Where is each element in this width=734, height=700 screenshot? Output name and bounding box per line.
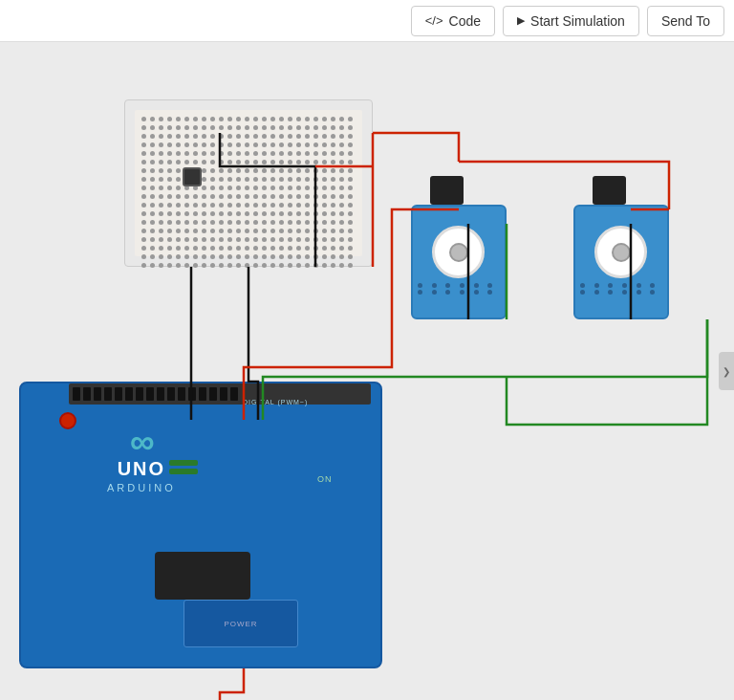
bb-dot bbox=[339, 203, 344, 208]
bb-dot bbox=[296, 220, 301, 225]
bb-dot bbox=[141, 151, 146, 156]
bb-dot bbox=[184, 125, 189, 130]
bb-dot bbox=[193, 151, 198, 156]
play-icon: ▶ bbox=[517, 14, 525, 27]
bb-dot bbox=[176, 151, 181, 156]
bb-dot bbox=[313, 151, 318, 156]
bb-dot bbox=[184, 246, 189, 251]
bb-dot bbox=[245, 134, 249, 139]
pin-aref bbox=[73, 387, 80, 401]
bb-dot bbox=[210, 254, 215, 259]
bb-dot bbox=[296, 211, 301, 216]
bb-dot bbox=[331, 263, 335, 268]
bb-dot bbox=[245, 151, 249, 156]
bb-dot bbox=[262, 220, 267, 225]
servo-dot bbox=[487, 290, 492, 295]
pin-5 bbox=[178, 387, 185, 401]
bb-dot bbox=[348, 246, 353, 251]
bb-dot bbox=[202, 160, 206, 164]
sendto-button[interactable]: Send To bbox=[647, 6, 724, 36]
bb-dot bbox=[236, 160, 241, 164]
bb-dot bbox=[322, 194, 327, 199]
servo2-connector bbox=[593, 176, 626, 205]
bb-dot bbox=[313, 237, 318, 242]
bb-dot bbox=[331, 186, 335, 190]
bb-dot bbox=[331, 220, 335, 225]
bb-dot bbox=[245, 186, 249, 190]
bb-dot bbox=[296, 237, 301, 242]
bb-dot bbox=[305, 229, 310, 233]
bb-dot bbox=[313, 220, 318, 225]
bb-dot bbox=[184, 151, 189, 156]
pin-0 bbox=[230, 387, 238, 401]
bb-dot bbox=[348, 186, 353, 190]
bb-dot bbox=[270, 168, 275, 173]
servo-dot bbox=[594, 290, 599, 295]
servo1-connector bbox=[430, 176, 464, 205]
bb-dot bbox=[331, 168, 335, 173]
servo2-body bbox=[573, 205, 669, 319]
bb-dot bbox=[210, 203, 215, 208]
bb-dot bbox=[253, 254, 258, 259]
bb-dot bbox=[313, 254, 318, 259]
bb-dot bbox=[219, 134, 224, 139]
pin-3 bbox=[199, 387, 206, 401]
side-panel-toggle[interactable]: ❯ bbox=[719, 352, 734, 390]
bb-dot bbox=[219, 220, 224, 225]
bb-dot bbox=[313, 263, 318, 268]
bb-dot bbox=[331, 254, 335, 259]
bb-dot bbox=[270, 186, 275, 190]
sendto-label: Send To bbox=[661, 13, 710, 29]
bb-dot bbox=[322, 151, 327, 156]
bb-dot bbox=[270, 142, 275, 147]
bb-dot bbox=[193, 263, 198, 268]
bb-dot bbox=[167, 254, 172, 259]
bb-dot bbox=[279, 160, 284, 164]
bb-dot bbox=[150, 220, 155, 225]
bb-dot bbox=[219, 168, 224, 173]
bb-dot bbox=[339, 229, 344, 233]
code-button[interactable]: </> Code bbox=[411, 6, 495, 36]
bb-dot bbox=[270, 177, 275, 182]
bb-dot bbox=[331, 134, 335, 139]
bb-dot bbox=[296, 254, 301, 259]
bb-dot bbox=[202, 177, 206, 182]
servo-dot bbox=[432, 290, 437, 295]
bb-dot bbox=[331, 211, 335, 216]
servo-motor-2 bbox=[573, 176, 669, 324]
bb-dot bbox=[339, 117, 344, 121]
bb-dot bbox=[167, 125, 172, 130]
servo-dot bbox=[580, 283, 585, 288]
code-icon: </> bbox=[425, 13, 443, 28]
pin-11 bbox=[115, 387, 122, 401]
breadboard-button[interactable] bbox=[183, 167, 202, 186]
bb-dot bbox=[331, 194, 335, 199]
simulate-button[interactable]: ▶ Start Simulation bbox=[503, 6, 639, 36]
bb-dot bbox=[202, 203, 206, 208]
bb-dot bbox=[253, 263, 258, 268]
bb-dot bbox=[348, 237, 353, 242]
bb-dot bbox=[219, 160, 224, 164]
bb-dot bbox=[202, 263, 206, 268]
bb-dot bbox=[184, 134, 189, 139]
bb-dot bbox=[296, 263, 301, 268]
bb-dot bbox=[245, 125, 249, 130]
bb-dot bbox=[279, 254, 284, 259]
bb-dot bbox=[219, 203, 224, 208]
bb-dot bbox=[150, 229, 155, 233]
bb-dot bbox=[141, 186, 146, 190]
servo-dot bbox=[594, 283, 599, 288]
bb-dot bbox=[202, 142, 206, 147]
bb-dot bbox=[159, 263, 163, 268]
pin-6 bbox=[167, 387, 175, 401]
bb-dot bbox=[150, 254, 155, 259]
bb-dot bbox=[262, 263, 267, 268]
pin-1 bbox=[220, 387, 227, 401]
bb-dot bbox=[313, 203, 318, 208]
bb-dot bbox=[253, 211, 258, 216]
servo-dot bbox=[460, 290, 464, 295]
bb-dot bbox=[322, 254, 327, 259]
bb-dot bbox=[184, 237, 189, 242]
bb-dot bbox=[262, 134, 267, 139]
bb-dot bbox=[262, 125, 267, 130]
